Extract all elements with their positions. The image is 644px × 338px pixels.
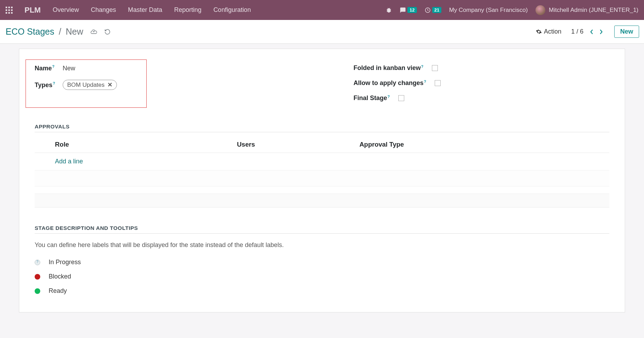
form-top-row: Name? New Types? BOM Updates ✕ Folded in… <box>35 64 609 110</box>
state-ready <box>35 284 609 298</box>
checkbox-allow[interactable] <box>435 80 441 86</box>
label-allow: Allow to apply changes? <box>354 79 426 87</box>
label-name: Name? <box>35 64 63 72</box>
action-label: Action <box>544 28 561 35</box>
add-line[interactable]: Add a line <box>35 153 609 170</box>
section-stage-desc: STAGE DESCRIPTION AND TOOLTIPS <box>35 225 609 234</box>
apps-icon[interactable] <box>6 7 13 14</box>
messages-count: 12 <box>407 7 416 13</box>
bug-icon[interactable] <box>386 7 392 13</box>
help-icon[interactable]: ? <box>421 64 424 69</box>
svg-rect-1 <box>8 7 10 8</box>
col-left: Name? New Types? BOM Updates ✕ <box>35 64 322 110</box>
dot-ready-icon <box>35 288 40 294</box>
action-menu[interactable]: Action <box>536 28 561 35</box>
messages-button[interactable]: 12 <box>400 7 416 13</box>
help-icon[interactable]: ? <box>53 81 55 85</box>
field-types: Types? BOM Updates ✕ <box>35 80 322 90</box>
label-final: Final Stage? <box>354 94 390 102</box>
col-role: Role <box>55 141 237 148</box>
help-icon[interactable]: ? <box>387 94 390 99</box>
checkbox-final[interactable] <box>398 95 404 101</box>
clock-icon <box>425 7 431 13</box>
pager: 1 / 6 <box>571 28 604 35</box>
svg-rect-7 <box>8 12 10 13</box>
topbar-left: PLM Overview Changes Master Data Reporti… <box>6 6 251 15</box>
nav-links: Overview Changes Master Data Reporting C… <box>52 6 251 14</box>
label-types: Types? <box>35 81 63 89</box>
user-name: Mitchell Admin (JUNE_ENTER_1) <box>549 7 638 14</box>
state-in-progress <box>35 255 609 269</box>
approvals-body: Add a line <box>35 153 609 207</box>
nav-master-data[interactable]: Master Data <box>128 6 162 14</box>
field-final: Final Stage? <box>354 94 609 102</box>
controlbar-right: Action 1 / 6 New <box>536 26 639 38</box>
col-right: Folded in kanban view? Allow to apply ch… <box>322 64 609 110</box>
dot-progress-icon <box>35 260 40 265</box>
user-menu[interactable]: Mitchell Admin (JUNE_ENTER_1) <box>536 5 638 15</box>
form-sheet: Name? New Types? BOM Updates ✕ Folded in… <box>19 49 625 312</box>
svg-rect-2 <box>11 7 13 8</box>
avatar <box>536 5 545 15</box>
tag-remove-icon[interactable]: ✕ <box>107 81 112 89</box>
help-icon[interactable]: ? <box>52 64 55 69</box>
svg-rect-0 <box>6 7 7 8</box>
topbar-right: 12 21 My Company (San Francisco) Mitchel… <box>386 5 638 15</box>
svg-rect-6 <box>6 12 7 13</box>
state-blocked <box>35 269 609 284</box>
breadcrumb-current: New <box>66 27 83 36</box>
help-icon[interactable]: ? <box>424 79 426 84</box>
input-in-progress[interactable] <box>49 259 189 266</box>
field-folded: Folded in kanban view? <box>354 64 609 72</box>
approvals-footer-row <box>35 193 609 207</box>
chat-icon <box>400 7 406 13</box>
stage-desc-help: You can define here labels that will be … <box>35 234 609 255</box>
app-brand[interactable]: PLM <box>24 6 41 15</box>
new-button[interactable]: New <box>614 26 639 38</box>
field-allow: Allow to apply changes? <box>354 79 609 87</box>
section-approvals: APPROVALS <box>35 124 609 132</box>
pager-prev[interactable] <box>588 29 595 35</box>
input-ready[interactable] <box>49 287 189 295</box>
discard-icon[interactable] <box>104 29 111 35</box>
pager-next[interactable] <box>597 29 604 35</box>
svg-rect-4 <box>8 9 10 10</box>
nav-changes[interactable]: Changes <box>91 6 116 14</box>
value-name[interactable]: New <box>63 65 75 72</box>
breadcrumb: ECO Stages / New <box>6 27 83 37</box>
svg-rect-5 <box>11 9 13 10</box>
field-name: Name? New <box>35 64 322 72</box>
activities-button[interactable]: 21 <box>425 7 441 13</box>
cloud-save-icon[interactable] <box>90 28 97 35</box>
tag-text: BOM Updates <box>67 82 105 89</box>
breadcrumb-wrap: ECO Stages / New <box>6 27 111 37</box>
label-folded: Folded in kanban view? <box>354 64 424 72</box>
pager-text[interactable]: 1 / 6 <box>571 28 583 35</box>
approvals-head: Role Users Approval Type <box>35 132 609 153</box>
tag-bom-updates[interactable]: BOM Updates ✕ <box>63 80 117 90</box>
breadcrumb-root[interactable]: ECO Stages <box>6 27 54 36</box>
checkbox-folded[interactable] <box>432 65 438 71</box>
approvals-empty-row <box>35 170 609 186</box>
company-switcher[interactable]: My Company (San Francisco) <box>449 7 528 14</box>
input-blocked[interactable] <box>49 273 189 280</box>
nav-configuration[interactable]: Configuration <box>214 6 251 14</box>
controlbar: ECO Stages / New Action 1 / 6 <box>0 20 644 44</box>
svg-rect-8 <box>11 12 13 13</box>
activities-count: 21 <box>432 7 441 13</box>
breadcrumb-sep: / <box>57 27 63 36</box>
col-type: Approval Type <box>359 141 609 148</box>
topbar: PLM Overview Changes Master Data Reporti… <box>0 0 644 20</box>
dot-blocked-icon <box>35 274 40 280</box>
nav-reporting[interactable]: Reporting <box>174 6 202 14</box>
svg-rect-3 <box>6 9 7 10</box>
gear-icon <box>536 29 542 35</box>
nav-overview[interactable]: Overview <box>52 6 79 14</box>
col-users: Users <box>237 141 359 148</box>
